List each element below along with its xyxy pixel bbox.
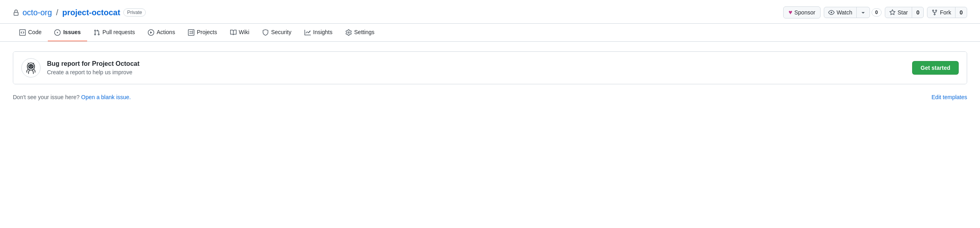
issue-template-list: Bug report for Project Octocat Create a … [13, 51, 967, 84]
code-icon [19, 28, 26, 36]
watch-dropdown-button[interactable] [857, 7, 870, 18]
tab-actions-label: Actions [157, 29, 175, 35]
heart-icon: ♥ [788, 9, 792, 16]
fork-count[interactable]: 0 [956, 7, 967, 18]
tab-code[interactable]: Code [13, 24, 48, 41]
repo-separator: / [56, 8, 58, 17]
tab-insights-label: Insights [313, 29, 333, 35]
star-count[interactable]: 0 [912, 7, 923, 18]
footer-row: Don't see your issue here? Open a blank … [13, 91, 967, 104]
watch-main-button[interactable]: Watch [824, 7, 857, 18]
tab-pull-requests[interactable]: Pull requests [87, 24, 141, 41]
sponsor-button[interactable]: ♥ Sponsor [783, 6, 821, 18]
svg-point-3 [29, 66, 31, 67]
issue-template-item: Bug report for Project Octocat Create a … [13, 52, 967, 84]
star-main-button[interactable]: Star [885, 7, 913, 18]
settings-icon [345, 28, 352, 36]
projects-icon [188, 28, 194, 36]
template-info: Bug report for Project Octocat Create a … [47, 60, 139, 75]
issues-icon [54, 28, 61, 36]
security-icon [262, 28, 269, 36]
octocat-icon [23, 60, 39, 76]
wiki-icon [230, 28, 237, 36]
tab-projects[interactable]: Projects [182, 24, 224, 41]
sponsor-label: Sponsor [794, 9, 815, 16]
repo-nav: Code Issues Pull requests Actions [0, 24, 980, 42]
star-group: Star 0 [885, 7, 924, 18]
star-button-group: Star 0 [885, 7, 924, 18]
fork-button-group: Fork 0 [927, 7, 967, 18]
lock-icon [13, 9, 19, 16]
tab-issues[interactable]: Issues [48, 24, 87, 41]
main-content: Bug report for Project Octocat Create a … [0, 42, 980, 113]
fork-group: Fork 0 [927, 7, 967, 18]
tab-security[interactable]: Security [256, 24, 298, 41]
tab-settings[interactable]: Settings [339, 24, 381, 41]
watch-button-group: Watch [824, 7, 870, 18]
footer-text: Don't see your issue here? [13, 94, 80, 100]
watch-label: Watch [837, 9, 852, 16]
repo-header: octo-org / project-octocat Private ♥ Spo… [0, 0, 980, 24]
template-left: Bug report for Project Octocat Create a … [21, 58, 139, 77]
repo-org-link[interactable]: octo-org [22, 8, 52, 17]
svg-point-4 [31, 66, 33, 67]
svg-point-2 [28, 64, 33, 69]
footer-left: Don't see your issue here? Open a blank … [13, 94, 131, 100]
tab-actions[interactable]: Actions [141, 24, 182, 41]
tab-wiki[interactable]: Wiki [224, 24, 256, 41]
watch-count[interactable]: 0 [872, 8, 882, 16]
watch-group: Watch 0 [824, 7, 882, 18]
tab-pull-requests-label: Pull requests [102, 29, 135, 35]
template-title: Bug report for Project Octocat [47, 60, 139, 67]
star-label: Star [898, 9, 908, 16]
tab-security-label: Security [271, 29, 292, 35]
header-actions: ♥ Sponsor Watch 0 [783, 6, 967, 18]
tab-issues-label: Issues [63, 29, 81, 35]
tab-code-label: Code [28, 29, 41, 35]
fork-main-button[interactable]: Fork [927, 7, 956, 18]
repo-name-link[interactable]: project-octocat [62, 8, 120, 17]
tab-wiki-label: Wiki [239, 29, 249, 35]
private-badge: Private [123, 8, 145, 16]
insights-icon [304, 28, 311, 36]
fork-label: Fork [940, 9, 951, 16]
template-description: Create a report to help us improve [47, 69, 139, 75]
tab-insights[interactable]: Insights [298, 24, 339, 41]
pull-requests-icon [94, 28, 100, 36]
get-started-button[interactable]: Get started [912, 61, 959, 75]
actions-icon [148, 28, 154, 36]
tab-projects-label: Projects [197, 29, 217, 35]
tab-settings-label: Settings [354, 29, 375, 35]
avatar [21, 58, 41, 77]
edit-templates-link[interactable]: Edit templates [931, 94, 967, 100]
repo-title-area: octo-org / project-octocat Private [13, 8, 146, 17]
open-blank-issue-link[interactable]: Open a blank issue. [81, 94, 131, 100]
